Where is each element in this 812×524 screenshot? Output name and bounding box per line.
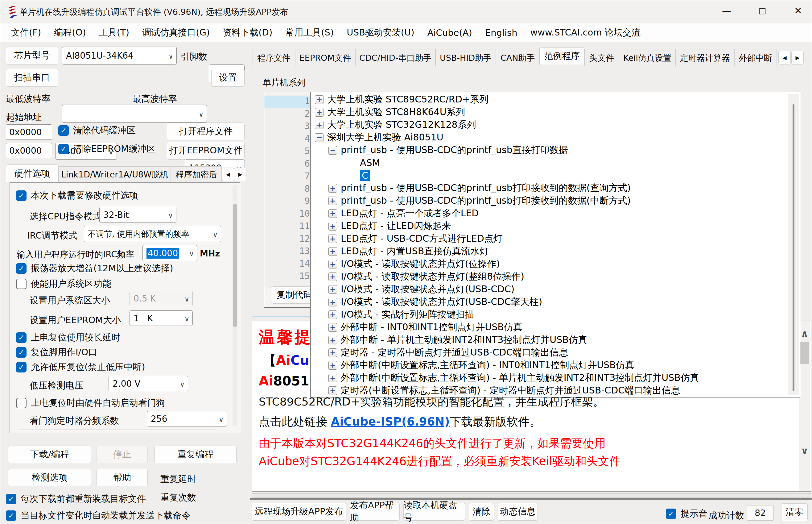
- tree-expand-icon[interactable]: +: [315, 108, 323, 117]
- menu-item[interactable]: English: [479, 23, 524, 42]
- tree-expand-icon[interactable]: +: [315, 121, 323, 129]
- options-scrollbar[interactable]: [233, 185, 237, 426]
- right-tab[interactable]: USB-HID助手: [436, 49, 496, 66]
- checkbox-checked-icon[interactable]: ✓: [58, 144, 69, 154]
- port-settings-button[interactable]: 设置: [211, 69, 244, 87]
- tree-item[interactable]: + 大学上机实验 STC32G12K128系列: [310, 118, 800, 131]
- eeprom-start-address-field[interactable]: 0x0000: [6, 143, 52, 158]
- tree-item[interactable]: + I/O模式 - 读取按键状态并点灯(USB-CDC擎天柱): [310, 296, 800, 308]
- irc-freq-combo[interactable]: 40.000∨: [142, 245, 197, 261]
- checkbox-checked-icon[interactable]: ✓: [6, 510, 16, 521]
- tree-expand-icon[interactable]: +: [328, 387, 337, 395]
- tree-item[interactable]: + I/O模式 - 读取按键状态并点灯(整组8位操作): [310, 270, 800, 283]
- tree-expand-icon[interactable]: +: [328, 336, 337, 344]
- publish-app-help-button[interactable]: 发布APP帮助: [350, 503, 400, 521]
- maximize-button[interactable]: □: [749, 2, 776, 19]
- tree-expand-icon[interactable]: −: [328, 146, 337, 154]
- right-tab[interactable]: 程序文件: [253, 49, 295, 66]
- tree-item[interactable]: + 大学上机实验 STC8H8K64U系列: [310, 106, 800, 118]
- tree-expand-icon[interactable]: +: [328, 323, 337, 332]
- menu-item[interactable]: USB驱动安装(U): [340, 23, 421, 42]
- clear-button[interactable]: 清除: [469, 503, 494, 521]
- remote-upgrade-publish-button[interactable]: 远程现场升级APP发布: [252, 503, 346, 521]
- tab-program-encrypt[interactable]: 程序加密后: [171, 166, 222, 182]
- tree-expand-icon[interactable]: +: [315, 95, 323, 104]
- tree-item[interactable]: − printf_usb - 使用USB-CDC的printf_usb直接打印数…: [310, 144, 800, 157]
- menu-item[interactable]: 调试仿真接口(G): [136, 23, 216, 42]
- tree-item[interactable]: + I/O模式 - 读取按键状态并点灯(位操作): [310, 258, 800, 270]
- right-tab[interactable]: 范例程序: [539, 47, 585, 65]
- checkbox-checked-icon[interactable]: ✓: [16, 332, 27, 343]
- tree-expand-icon[interactable]: +: [328, 184, 337, 193]
- right-tab[interactable]: 定时器计算器: [676, 49, 734, 66]
- tree-item[interactable]: + I/O模式 - 实战行列矩阵按键扫描: [310, 308, 800, 321]
- scan-port-button[interactable]: 扫描串口: [6, 69, 58, 87]
- checkbox-checked-icon[interactable]: ✓: [16, 347, 27, 358]
- tree-expand-icon[interactable]: −: [315, 133, 323, 142]
- menu-item[interactable]: www.STCAI.com 论坛交流: [524, 23, 647, 42]
- tree-item[interactable]: + 外部中断+定时器组合实验(中断设置标志,主循环查询): [310, 397, 800, 397]
- minimize-button[interactable]: —: [713, 2, 740, 19]
- tree-expand-icon[interactable]: +: [328, 348, 337, 357]
- cpu-mode-combo[interactable]: 32-Bit∨: [99, 207, 176, 223]
- download-program-button[interactable]: 下载/编程: [8, 446, 91, 463]
- tree-item[interactable]: + 大学上机实验 STC89C52RC/RD+系列: [310, 93, 800, 106]
- irc-mode-combo[interactable]: 不调节, 使用内部预置的频率∨: [84, 226, 221, 242]
- checkbox-checked-icon[interactable]: ✓: [16, 191, 27, 201]
- code-start-address-field[interactable]: 0x0000: [6, 125, 52, 140]
- tree-item[interactable]: + 外部中断(中断设置标志,主循环查询) - 单片机主动触发INT2和INT3控…: [310, 372, 800, 384]
- tab-scroll-left-icon[interactable]: ◀: [778, 51, 791, 65]
- tree-item[interactable]: C: [310, 169, 800, 182]
- checkbox-unchecked-icon[interactable]: [16, 279, 27, 289]
- tab-scroll-left-icon[interactable]: ◀: [222, 167, 234, 181]
- notice-scrollbar[interactable]: ∧ ∨: [799, 321, 810, 491]
- right-tab[interactable]: EEPROM文件: [295, 49, 355, 66]
- download-link[interactable]: AiCube-ISP(6.96N): [331, 415, 450, 428]
- menu-item[interactable]: 常用工具(S): [279, 23, 340, 42]
- reset-count-button[interactable]: 清零: [781, 503, 808, 521]
- chip-model-combo[interactable]: AI8051U-34K64∨: [62, 47, 177, 65]
- right-tab[interactable]: CDC/HID-串口助手: [355, 49, 436, 66]
- tab-scroll-right-icon[interactable]: ▶: [234, 167, 247, 181]
- right-tab[interactable]: 头文件: [585, 49, 619, 66]
- checkbox-checked-icon[interactable]: ✓: [58, 125, 69, 136]
- tree-scrollbar[interactable]: [788, 94, 799, 395]
- menu-item[interactable]: 资料下载(D): [216, 23, 279, 42]
- tree-expand-icon[interactable]: +: [328, 298, 337, 307]
- tab-hardware-options[interactable]: 硬件选项: [6, 164, 58, 182]
- tree-item[interactable]: + LED点灯 - USB-CDC方式进行LED点灯: [310, 232, 800, 245]
- chip-model-button[interactable]: 芯片型号: [6, 47, 58, 65]
- tree-expand-icon[interactable]: +: [328, 273, 337, 281]
- right-tab[interactable]: Keil仿真设置: [619, 49, 676, 66]
- serial-port-combo[interactable]: ∨: [62, 104, 207, 122]
- check-options-button[interactable]: 检测选项: [8, 469, 91, 486]
- tree-item[interactable]: + 外部中断 - INT0和INT1控制点灯并USB仿真: [310, 321, 800, 333]
- tree-expand-icon[interactable]: +: [328, 197, 337, 205]
- checkbox-checked-icon[interactable]: ✓: [16, 263, 27, 274]
- stop-button[interactable]: 停止: [97, 446, 148, 463]
- tree-expand-icon[interactable]: +: [328, 222, 337, 230]
- tree-item[interactable]: + printf_usb - 使用USB-CDC的printf_usb打印接收到…: [310, 194, 800, 207]
- checkbox-checked-icon[interactable]: ✓: [6, 494, 16, 504]
- eeprom-size-combo[interactable]: 1 K∨: [130, 310, 193, 326]
- tree-item[interactable]: + 外部中断(中断设置标志,主循环查询) - INT0和INT1控制点灯并USB…: [310, 359, 800, 372]
- scroll-up-icon[interactable]: ∧: [799, 327, 810, 340]
- tree-expand-icon[interactable]: +: [328, 361, 337, 370]
- help-button[interactable]: 帮助: [97, 469, 148, 486]
- checkbox-checked-icon[interactable]: ✓: [16, 362, 27, 373]
- tab-scroll-right-icon[interactable]: ▶: [791, 51, 804, 65]
- close-button[interactable]: ✕: [785, 2, 811, 19]
- sys-size-combo[interactable]: 0.5 K∨: [130, 291, 193, 306]
- tree-item[interactable]: + 外部中断 - 单片机主动触发INT2和INT3控制点灯并USB仿真: [310, 333, 800, 346]
- tree-item[interactable]: + I/O模式 - 读取按键状态并点灯(USB-CDC): [310, 283, 800, 296]
- open-eeprom-file-button[interactable]: 打开EEPROM文件: [167, 142, 244, 160]
- menu-item[interactable]: AiCube(A): [421, 23, 479, 42]
- tree-expand-icon[interactable]: +: [328, 285, 337, 294]
- checkbox-unchecked-icon[interactable]: [16, 398, 27, 408]
- scroll-down-icon[interactable]: ∨: [799, 444, 810, 457]
- tree-item[interactable]: + LED点灯 - 内置USB直接仿真流水灯: [310, 245, 800, 258]
- right-tab[interactable]: 外部中断: [734, 49, 777, 66]
- tree-item[interactable]: + 定时器 - 定时器中断点灯并通过USB-CDC端口输出信息: [310, 346, 800, 359]
- tree-item[interactable]: ASM: [310, 157, 800, 169]
- menu-item[interactable]: 工具(T): [92, 23, 136, 42]
